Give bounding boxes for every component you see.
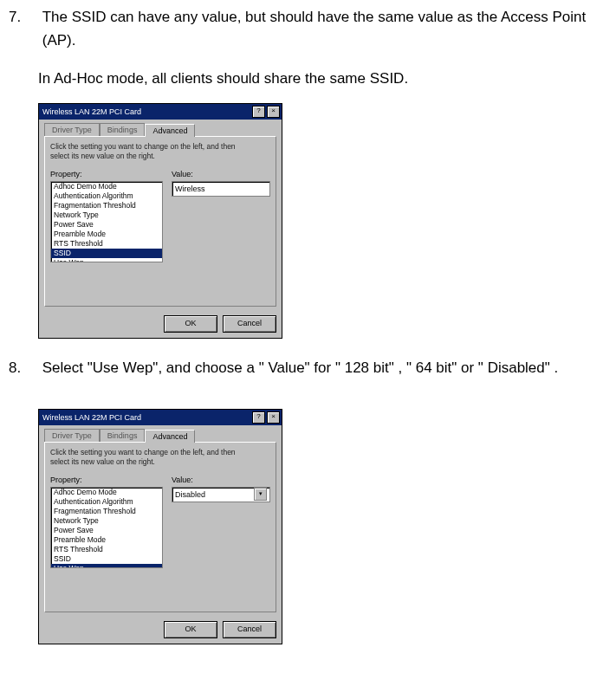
dialog-tabs: Driver Type Bindings Advanced — [44, 123, 276, 136]
list-item[interactable]: Use Wep — [51, 564, 162, 568]
list-item[interactable]: Authentication Algorithm — [51, 497, 162, 507]
help-button[interactable]: ? — [252, 106, 265, 118]
property-label: Property: — [50, 476, 163, 484]
step-7-text: The SSID can have any value, but should … — [42, 5, 606, 52]
list-item[interactable]: Network Type — [51, 210, 162, 220]
list-item[interactable]: Preamble Mode — [51, 535, 162, 545]
chevron-down-icon: ▾ — [254, 488, 267, 501]
list-item[interactable]: Fragmentation Threshold — [51, 507, 162, 516]
close-button[interactable]: × — [267, 106, 280, 118]
ok-button[interactable]: OK — [164, 621, 217, 638]
list-item[interactable]: Power Save — [51, 526, 162, 535]
list-item[interactable]: SSID — [51, 554, 162, 564]
tab-driver-type[interactable]: Driver Type — [44, 429, 100, 442]
dialog-titlebar: Wireless LAN 22M PCI Card ? × — [39, 104, 282, 120]
step-8: 8. Select "Use Wep", and choose a " Valu… — [9, 356, 607, 379]
dialog-hint: Click the setting you want to change on … — [50, 448, 270, 467]
step-7-text-2: In Ad-Hoc mode, all clients should share… — [38, 67, 607, 90]
close-button[interactable]: × — [267, 411, 280, 424]
value-label: Value: — [172, 170, 270, 178]
dialog-panel: Click the setting you want to change on … — [44, 136, 276, 307]
help-button[interactable]: ? — [252, 411, 265, 424]
dialog-panel: Click the setting you want to change on … — [44, 442, 276, 612]
value-textbox[interactable]: Wireless — [172, 181, 270, 197]
list-item[interactable]: Fragmentation Threshold — [51, 201, 162, 210]
list-item[interactable]: RTS Threshold — [51, 239, 162, 249]
tab-bindings[interactable]: Bindings — [100, 123, 146, 136]
tab-advanced[interactable]: Advanced — [145, 430, 195, 443]
dialog-buttons: OK Cancel — [39, 312, 282, 338]
step-7-number: 7. — [9, 5, 38, 29]
list-item[interactable]: Authentication Algorithm — [51, 191, 162, 201]
properties-dialog-ssid: Wireless LAN 22M PCI Card ? × Driver Typ… — [38, 103, 282, 339]
list-item[interactable]: SSID — [51, 249, 162, 258]
list-item[interactable]: Network Type — [51, 516, 162, 526]
tab-driver-type[interactable]: Driver Type — [44, 123, 100, 136]
dialog-buttons: OK Cancel — [39, 618, 282, 644]
step-8-text: Select "Use Wep", and choose a " Value" … — [42, 356, 606, 379]
step-7: 7. The SSID can have any value, but shou… — [9, 5, 607, 52]
dialog-titlebar: Wireless LAN 22M PCI Card ? × — [39, 410, 282, 425]
properties-dialog-wep: Wireless LAN 22M PCI Card ? × Driver Typ… — [38, 409, 282, 644]
dialog-title: Wireless LAN 22M PCI Card — [42, 413, 141, 422]
cancel-button[interactable]: Cancel — [223, 621, 276, 638]
tab-bindings[interactable]: Bindings — [100, 429, 146, 442]
list-item[interactable]: Adhoc Demo Mode — [51, 488, 162, 497]
property-listbox[interactable]: Adhoc Demo ModeAuthentication AlgorithmF… — [50, 181, 163, 262]
step-8-number: 8. — [9, 356, 38, 379]
dialog-hint: Click the setting you want to change on … — [50, 142, 270, 161]
cancel-button[interactable]: Cancel — [223, 315, 276, 333]
dialog-title: Wireless LAN 22M PCI Card — [42, 107, 141, 116]
dialog-tabs: Driver Type Bindings Advanced — [44, 429, 276, 442]
list-item[interactable]: Adhoc Demo Mode — [51, 182, 162, 191]
list-item[interactable]: Use Wep — [51, 258, 162, 262]
property-label: Property: — [50, 170, 163, 178]
property-listbox[interactable]: Adhoc Demo ModeAuthentication AlgorithmF… — [50, 487, 163, 568]
list-item[interactable]: RTS Threshold — [51, 545, 162, 554]
value-combobox[interactable]: Disabled ▾ — [172, 487, 270, 502]
value-label: Value: — [172, 476, 270, 484]
tab-advanced[interactable]: Advanced — [145, 124, 195, 137]
list-item[interactable]: Power Save — [51, 220, 162, 230]
ok-button[interactable]: OK — [164, 315, 217, 333]
list-item[interactable]: Preamble Mode — [51, 230, 162, 239]
